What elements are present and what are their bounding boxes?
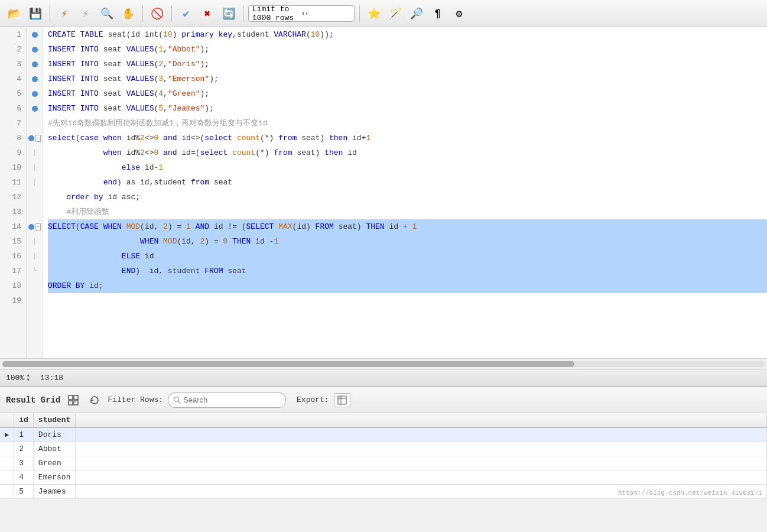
cursor-position: 13:18: [40, 374, 63, 382]
star-icon[interactable]: ⭐: [365, 4, 384, 23]
ln-10: 10: [0, 160, 26, 175]
ln-2: 2: [0, 42, 26, 57]
code-line-18: ORDER BY id;: [48, 278, 767, 293]
cell-id: 5: [14, 485, 34, 499]
explain-icon[interactable]: 🔍: [98, 4, 116, 23]
ln-18: 18: [0, 278, 26, 293]
row-arrow-cell: [0, 456, 14, 471]
svg-rect-1: [74, 395, 78, 400]
stop-icon[interactable]: ✋: [119, 4, 138, 23]
toolbar-separator-1: [50, 5, 50, 22]
zoom-control: 100% ▲ ▼: [6, 373, 30, 382]
row-arrow-icon: ▶: [5, 431, 9, 439]
ln-9: 9: [0, 145, 26, 160]
horizontal-scrollbar[interactable]: [0, 358, 767, 369]
svg-rect-2: [69, 401, 73, 405]
table-row[interactable]: 2Abbot: [0, 442, 767, 456]
cell-student: Emerson: [33, 471, 76, 485]
search-text-icon[interactable]: 🔎: [407, 4, 426, 23]
svg-line-5: [178, 401, 181, 404]
col-header-extra: [76, 413, 767, 427]
search-input[interactable]: [183, 395, 272, 404]
code-line-12: order by id asc;: [48, 190, 767, 205]
gutter-11: │: [27, 175, 43, 190]
line-numbers: 1 2 3 4 5 6 7 8 9 10 11 12 13 14 15 16 1…: [0, 27, 27, 358]
limit-rows-dropdown[interactable]: Limit to 1000 rows ⬆⬇: [248, 5, 355, 22]
gutter: − │ │ │ − │ │ └: [27, 27, 43, 358]
open-folder-icon[interactable]: 📂: [5, 4, 24, 23]
grid-view-icon[interactable]: [65, 392, 82, 408]
code-line-14: SELECT(CASE WHEN MOD(id, 2) = 1 AND id !…: [48, 219, 767, 234]
collapse-8-icon[interactable]: −: [35, 135, 41, 142]
bottom-panel: Result Grid Filter Rows: Export:: [0, 387, 767, 499]
filter-rows-label: Filter Rows:: [108, 395, 163, 404]
ln-11: 11: [0, 175, 26, 190]
zoom-arrows[interactable]: ▲ ▼: [27, 373, 30, 382]
gutter-14[interactable]: −: [27, 219, 43, 234]
col-header-id: id: [14, 413, 34, 427]
refresh-icon[interactable]: [86, 392, 103, 408]
code-line-19: [48, 293, 767, 308]
ln-1: 1: [0, 27, 26, 42]
col-header-arrow: [0, 413, 14, 427]
gutter-12: [27, 190, 43, 205]
code-line-17: END) id, student FROM seat: [48, 264, 767, 278]
ln-15: 15: [0, 234, 26, 249]
execute-icon[interactable]: ⚡: [55, 4, 74, 23]
cancel-icon[interactable]: ✖: [198, 4, 217, 23]
cell-extra: [76, 427, 767, 442]
toggle-icon[interactable]: 🔄: [219, 4, 238, 23]
gutter-3: [27, 57, 43, 72]
gutter-13: [27, 205, 43, 219]
cell-student: Jeames: [33, 485, 76, 499]
row-arrow-cell: [0, 442, 14, 456]
gutter-2: [27, 42, 43, 57]
gutter-8[interactable]: −: [27, 131, 43, 145]
format-icon[interactable]: ¶: [428, 4, 447, 23]
code-line-1: CREATE TABLE seat(id int(10) primary key…: [48, 27, 767, 42]
skip-icon[interactable]: 🚫: [148, 4, 167, 23]
code-line-8: select(case when id%2<>0 and id<>(select…: [48, 131, 767, 145]
code-line-11: end) as id,student from seat: [48, 175, 767, 190]
result-toolbar: Result Grid Filter Rows: Export:: [0, 387, 767, 413]
search-box[interactable]: [168, 392, 286, 408]
code-line-10: else id-1: [48, 160, 767, 175]
settings-icon[interactable]: ⚙: [450, 4, 469, 23]
wand-icon[interactable]: 🪄: [386, 4, 405, 23]
table-row[interactable]: 4Emerson: [0, 471, 767, 485]
scrollbar-thumb[interactable]: [2, 361, 574, 367]
ln-16: 16: [0, 249, 26, 264]
cell-student: Doris: [33, 427, 76, 442]
ln-13: 13: [0, 205, 26, 219]
gutter-5: [27, 86, 43, 101]
ln-4: 4: [0, 72, 26, 86]
ln-3: 3: [0, 57, 26, 72]
cell-student: Abbot: [33, 442, 76, 456]
ln-14: 14: [0, 219, 26, 234]
code-line-16: ELSE id: [48, 249, 767, 264]
gutter-1: [27, 27, 43, 42]
ln-7: 7: [0, 116, 26, 131]
scrollbar-track[interactable]: [2, 361, 765, 367]
table-row[interactable]: ▶1Doris: [0, 427, 767, 442]
export-icon[interactable]: [334, 393, 350, 407]
code-line-4: INSERT INTO seat VALUES(3,"Emerson");: [48, 72, 767, 86]
zoom-down-icon[interactable]: ▼: [27, 378, 30, 382]
ln-6: 6: [0, 101, 26, 116]
row-arrow-cell: ▶: [0, 427, 14, 442]
svg-rect-6: [338, 396, 346, 404]
toolbar-separator-4: [243, 5, 243, 22]
gutter-10: │: [27, 160, 43, 175]
code-line-5: INSERT INTO seat VALUES(4,"Green");: [48, 86, 767, 101]
export-label: Export:: [297, 395, 329, 404]
svg-rect-3: [74, 401, 78, 405]
save-icon[interactable]: 💾: [26, 4, 45, 23]
code-line-15: WHEN MOD(id, 2) = 0 THEN id -1: [48, 234, 767, 249]
execute-current-icon[interactable]: ⚡: [76, 4, 95, 23]
code-editor[interactable]: CREATE TABLE seat(id int(10) primary key…: [43, 27, 767, 358]
result-grid-title: Result Grid: [6, 395, 60, 405]
collapse-14-icon[interactable]: −: [35, 223, 41, 231]
check-icon[interactable]: ✔: [177, 4, 196, 23]
cell-id: 1: [14, 427, 34, 442]
table-row[interactable]: 3Green: [0, 456, 767, 471]
